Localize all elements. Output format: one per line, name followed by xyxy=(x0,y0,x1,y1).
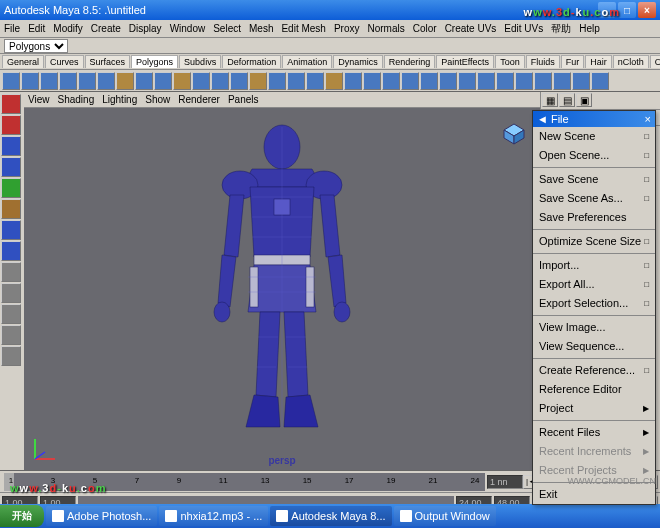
option-box-icon[interactable]: □ xyxy=(644,151,649,160)
taskbar-item[interactable]: Output Window xyxy=(394,506,496,526)
menu-item-export-selection-[interactable]: Export Selection...□ xyxy=(533,294,655,313)
menu-display[interactable]: Display xyxy=(129,23,162,34)
shelf-icon-17[interactable] xyxy=(325,72,343,90)
menu-帮助[interactable]: 帮助 xyxy=(551,22,571,36)
tool-button-1[interactable] xyxy=(1,115,21,135)
menu-proxy[interactable]: Proxy xyxy=(334,23,360,34)
menu-item-open-scene-[interactable]: Open Scene...□ xyxy=(533,146,655,165)
menu-edit mesh[interactable]: Edit Mesh xyxy=(281,23,325,34)
shelf-icon-12[interactable] xyxy=(230,72,248,90)
shelf-icon-28[interactable] xyxy=(534,72,552,90)
option-box-icon[interactable]: □ xyxy=(644,299,649,308)
tool-button-0[interactable] xyxy=(1,94,21,114)
view-menu-panels[interactable]: Panels xyxy=(228,94,259,105)
menu-item-save-scene-as-[interactable]: Save Scene As...□ xyxy=(533,189,655,208)
shelf-icon-30[interactable] xyxy=(572,72,590,90)
menu-item-export-all-[interactable]: Export All...□ xyxy=(533,275,655,294)
shelf-tab-dynamics[interactable]: Dynamics xyxy=(333,55,383,68)
tool-button-2[interactable] xyxy=(1,136,21,156)
shelf-tab-rendering[interactable]: Rendering xyxy=(384,55,436,68)
shelf-icon-1[interactable] xyxy=(21,72,39,90)
shelf-icon-3[interactable] xyxy=(59,72,77,90)
menu-item-view-image-[interactable]: View Image... xyxy=(533,318,655,337)
shelf-icon-0[interactable] xyxy=(2,72,20,90)
shelf-icon-9[interactable] xyxy=(173,72,191,90)
shelf-icon-6[interactable] xyxy=(116,72,134,90)
tool-button-11[interactable] xyxy=(1,325,21,345)
shelf-tab-general[interactable]: General xyxy=(2,55,44,68)
menu-item-save-preferences[interactable]: Save Preferences xyxy=(533,208,655,227)
menu-create uvs[interactable]: Create UVs xyxy=(445,23,497,34)
shelf-icon-8[interactable] xyxy=(154,72,172,90)
menu-normals[interactable]: Normals xyxy=(367,23,404,34)
shelf-icon-31[interactable] xyxy=(591,72,609,90)
option-box-icon[interactable]: □ xyxy=(644,194,649,203)
menu-item-create-reference-[interactable]: Create Reference...□ xyxy=(533,361,655,380)
menu-help[interactable]: Help xyxy=(579,23,600,34)
shelf-icon-7[interactable] xyxy=(135,72,153,90)
view-cube-icon[interactable] xyxy=(500,120,528,148)
shelf-icon-10[interactable] xyxy=(192,72,210,90)
shelf-icon-15[interactable] xyxy=(287,72,305,90)
menu-select[interactable]: Select xyxy=(213,23,241,34)
menu-item-optimize-scene-size[interactable]: Optimize Scene Size□ xyxy=(533,232,655,251)
shelf-tab-curves[interactable]: Curves xyxy=(45,55,84,68)
option-box-icon[interactable]: □ xyxy=(644,132,649,141)
menu-item-new-scene[interactable]: New Scene□ xyxy=(533,127,655,146)
shelf-tab-surfaces[interactable]: Surfaces xyxy=(85,55,131,68)
menu-window[interactable]: Window xyxy=(170,23,206,34)
shelf-icon-18[interactable] xyxy=(344,72,362,90)
shelf-tab-ncloth[interactable]: nCloth xyxy=(613,55,649,68)
tool-button-12[interactable] xyxy=(1,346,21,366)
current-frame-field[interactable] xyxy=(487,475,523,489)
close-icon[interactable]: × xyxy=(645,113,651,125)
shelf-tab-animation[interactable]: Animation xyxy=(282,55,332,68)
shelf-icon-14[interactable] xyxy=(268,72,286,90)
shelf-tab-deformation[interactable]: Deformation xyxy=(222,55,281,68)
menu-edit uvs[interactable]: Edit UVs xyxy=(504,23,543,34)
tool-button-8[interactable] xyxy=(1,262,21,282)
option-box-icon[interactable]: □ xyxy=(644,280,649,289)
menu-create[interactable]: Create xyxy=(91,23,121,34)
taskbar-item[interactable]: Autodesk Maya 8... xyxy=(270,506,391,526)
shelf-icon-25[interactable] xyxy=(477,72,495,90)
menu-item-reference-editor[interactable]: Reference Editor xyxy=(533,380,655,399)
shelf-icon-16[interactable] xyxy=(306,72,324,90)
shelf-icon-19[interactable] xyxy=(363,72,381,90)
shelf-tab-fur[interactable]: Fur xyxy=(561,55,585,68)
menu-mesh[interactable]: Mesh xyxy=(249,23,273,34)
option-box-icon[interactable]: □ xyxy=(644,237,649,246)
menu-edit[interactable]: Edit xyxy=(28,23,45,34)
view-menu-renderer[interactable]: Renderer xyxy=(178,94,220,105)
menu-item-import-[interactable]: Import...□ xyxy=(533,256,655,275)
menu-color[interactable]: Color xyxy=(413,23,437,34)
shelf-tab-painteffects[interactable]: PaintEffects xyxy=(436,55,494,68)
mode-selector[interactable]: Polygons xyxy=(4,39,68,53)
shelf-icon-27[interactable] xyxy=(515,72,533,90)
shelf-icon-13[interactable] xyxy=(249,72,267,90)
shelf-icon-24[interactable] xyxy=(458,72,476,90)
option-box-icon[interactable]: □ xyxy=(644,175,649,184)
shelf-tab-custom[interactable]: Custom xyxy=(650,55,660,68)
maximize-button[interactable]: □ xyxy=(618,2,636,18)
shelf-icon-11[interactable] xyxy=(211,72,229,90)
start-button[interactable]: 开始 xyxy=(0,505,44,527)
shelf-tab-subdivs[interactable]: Subdivs xyxy=(179,55,221,68)
shelf-tab-toon[interactable]: Toon xyxy=(495,55,525,68)
taskbar-item[interactable]: nhxia12.mp3 - ... xyxy=(159,506,268,526)
menu-item-view-sequence-[interactable]: View Sequence... xyxy=(533,337,655,356)
shelf-tab-hair[interactable]: Hair xyxy=(585,55,612,68)
menu-modify[interactable]: Modify xyxy=(53,23,82,34)
option-box-icon[interactable]: □ xyxy=(644,261,649,270)
shelf-icon-20[interactable] xyxy=(382,72,400,90)
shelf-tab-fluids[interactable]: Fluids xyxy=(526,55,560,68)
tool-button-9[interactable] xyxy=(1,283,21,303)
file-menu-title[interactable]: ◄ File × xyxy=(533,111,655,127)
tool-button-6[interactable] xyxy=(1,220,21,240)
layer-icon[interactable]: ▣ xyxy=(576,93,592,107)
tool-button-5[interactable] xyxy=(1,199,21,219)
taskbar-item[interactable]: Adobe Photosh... xyxy=(46,506,157,526)
tool-button-3[interactable] xyxy=(1,157,21,177)
viewport[interactable]: persp xyxy=(24,108,540,470)
shelf-icon-4[interactable] xyxy=(78,72,96,90)
